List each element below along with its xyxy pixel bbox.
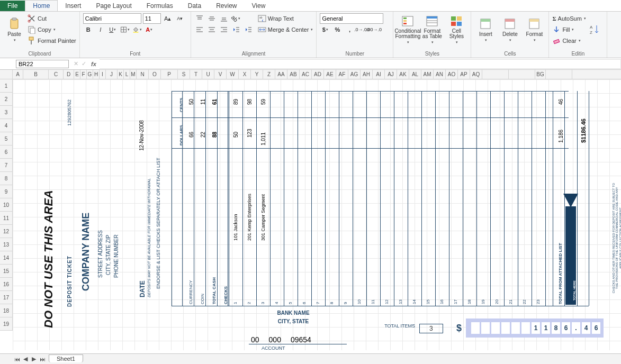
column-header[interactable]: AN — [434, 70, 446, 79]
decrease-indent-button[interactable] — [231, 24, 241, 35]
column-header[interactable]: AB — [287, 70, 300, 79]
column-header[interactable]: AC — [300, 70, 312, 79]
sheet-nav-prev[interactable]: ◀ — [21, 355, 30, 363]
insert-cells-button[interactable]: Insert▾ — [474, 13, 497, 46]
row-header[interactable]: 16 — [0, 278, 13, 291]
row-header[interactable]: 2 — [0, 93, 13, 106]
column-header[interactable]: AL — [409, 70, 421, 79]
column-header[interactable]: AE — [324, 70, 336, 79]
row-header[interactable]: 7 — [0, 159, 13, 172]
tab-formulas[interactable]: Formulas — [139, 1, 181, 11]
column-header[interactable]: C — [49, 70, 64, 79]
sheet-nav-next[interactable]: ▶ — [30, 355, 38, 363]
comma-button[interactable]: , — [344, 24, 355, 35]
column-header[interactable]: H — [93, 70, 100, 79]
row-header[interactable]: 14 — [0, 251, 13, 265]
decrease-decimal-button[interactable]: .00→.0 — [368, 24, 379, 35]
column-header[interactable]: O — [149, 70, 161, 79]
column-header[interactable]: B — [23, 70, 49, 79]
row-header[interactable]: 15 — [0, 265, 13, 278]
align-middle-button[interactable] — [206, 13, 217, 24]
merge-center-button[interactable]: Merge & Center▾ — [258, 24, 313, 35]
format-painter-button[interactable]: Format Painter — [28, 35, 76, 46]
number-format-select[interactable] — [320, 13, 383, 24]
row-header[interactable]: 8 — [0, 172, 13, 185]
sheet-tab-active[interactable]: Sheet1 — [49, 354, 83, 362]
row-header[interactable]: 10 — [0, 198, 13, 212]
column-header[interactable]: F — [80, 70, 87, 79]
column-header[interactable]: AG — [348, 70, 361, 79]
column-header[interactable]: AK — [397, 70, 409, 79]
column-header[interactable]: V — [214, 70, 227, 79]
tab-view[interactable]: View — [245, 1, 273, 11]
column-header[interactable]: BG — [535, 70, 546, 79]
select-all-corner[interactable] — [0, 70, 13, 79]
row-header[interactable]: 11 — [0, 212, 13, 225]
spreadsheet-grid[interactable]: ABCDEFGHIJKLMNOPSTUVWXYZAAABACADAEAFAGAH… — [0, 70, 621, 350]
cancel-formula-icon[interactable]: ✕ — [74, 60, 78, 67]
copy-button[interactable]: Copy▾ — [28, 24, 76, 35]
row-header[interactable]: 13 — [0, 238, 13, 251]
name-box[interactable] — [16, 60, 69, 68]
column-header[interactable]: K — [118, 70, 124, 79]
column-header[interactable] — [546, 70, 572, 79]
column-header[interactable]: S — [178, 70, 190, 79]
fill-color-button[interactable]: ▾ — [132, 24, 142, 35]
column-header[interactable]: AQ — [470, 70, 482, 79]
row-header[interactable]: 18 — [0, 304, 13, 317]
align-bottom-button[interactable] — [219, 13, 229, 24]
percent-button[interactable]: % — [332, 24, 343, 35]
font-size-select[interactable] — [143, 13, 161, 24]
column-header[interactable]: W — [227, 70, 239, 79]
column-header[interactable]: AD — [312, 70, 324, 79]
column-header[interactable]: J — [106, 70, 118, 79]
column-header[interactable]: U — [202, 70, 214, 79]
increase-indent-button[interactable] — [243, 24, 254, 35]
tab-page-layout[interactable]: Page Layout — [88, 1, 139, 11]
row-header[interactable]: 12 — [0, 225, 13, 238]
column-header[interactable]: T — [190, 70, 202, 79]
column-header[interactable]: AJ — [385, 70, 397, 79]
column-header[interactable]: AF — [336, 70, 348, 79]
file-tab[interactable]: File — [0, 1, 25, 11]
row-header[interactable]: 19 — [0, 317, 13, 331]
underline-button[interactable]: U▾ — [107, 24, 118, 35]
font-name-select[interactable] — [83, 13, 141, 24]
increase-decimal-button[interactable]: .0→.00 — [356, 24, 367, 35]
row-header[interactable]: 4 — [0, 119, 13, 132]
cut-button[interactable]: Cut — [28, 13, 76, 24]
bold-button[interactable]: B — [83, 24, 94, 35]
column-header[interactable]: AM — [421, 70, 434, 79]
column-header[interactable]: AH — [361, 70, 373, 79]
align-top-button[interactable] — [194, 13, 205, 24]
tab-data[interactable]: Data — [181, 1, 209, 11]
currency-button[interactable]: $▾ — [320, 24, 330, 35]
cell-styles-button[interactable]: Cell Styles▾ — [445, 13, 467, 46]
sheet-nav-first[interactable]: ⏮ — [13, 355, 21, 363]
orientation-button[interactable]: ab▾ — [231, 13, 241, 24]
align-left-button[interactable] — [194, 24, 205, 35]
column-header[interactable]: M — [130, 70, 137, 79]
fx-icon[interactable]: fx — [91, 61, 96, 67]
fill-button[interactable]: Fill▾ — [552, 24, 586, 35]
italic-button[interactable]: I — [95, 24, 106, 35]
tab-home[interactable]: Home — [25, 0, 58, 11]
column-header[interactable]: N — [137, 70, 149, 79]
row-header[interactable]: 9 — [0, 185, 13, 198]
row-header[interactable]: 6 — [0, 145, 13, 159]
column-header[interactable]: L — [124, 70, 130, 79]
sheet-nav-last[interactable]: ⏭ — [38, 355, 47, 363]
clear-button[interactable]: Clear▾ — [552, 35, 586, 46]
column-header[interactable]: Y — [251, 70, 263, 79]
row-header[interactable]: 3 — [0, 106, 13, 119]
column-header[interactable]: A — [13, 70, 23, 79]
decrease-font-button[interactable]: A▾ — [175, 13, 185, 24]
tab-review[interactable]: Review — [209, 1, 244, 11]
column-header[interactable]: AI — [373, 70, 385, 79]
column-header[interactable]: E — [74, 70, 80, 79]
column-header[interactable]: Z — [263, 70, 275, 79]
increase-font-button[interactable]: A▴ — [163, 13, 173, 24]
column-header[interactable]: AO — [446, 70, 458, 79]
tab-insert[interactable]: Insert — [58, 1, 88, 11]
column-header[interactable] — [482, 70, 509, 79]
